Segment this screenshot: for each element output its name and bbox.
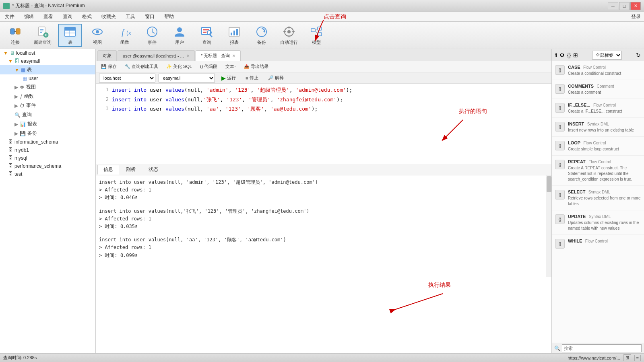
tb-view[interactable]: 视图: [85, 24, 109, 47]
sidebar-item-function-folder[interactable]: ▶ ƒ 函数: [0, 92, 95, 101]
line-num-1: 1: [99, 86, 109, 93]
snippet-update[interactable]: {} UPDATE Syntax DML Updates columns of …: [552, 210, 644, 235]
view-icon: [91, 25, 104, 38]
snippet-search-input[interactable]: [562, 344, 642, 352]
tb-function-label: 函数: [120, 39, 129, 45]
sidebar-label-function: 函数: [24, 93, 34, 100]
results-content[interactable]: insert into user values(null, 'admin', '…: [96, 175, 546, 277]
snippet-while[interactable]: {} WHILE Flow Control: [552, 235, 644, 252]
settings-icon[interactable]: ⚙: [559, 52, 565, 58]
bracket-icon[interactable]: {}: [567, 52, 571, 58]
result-time-1: > 时间: 0.046s: [99, 194, 543, 202]
status-icon-2[interactable]: ≡: [634, 355, 641, 361]
host-select[interactable]: localhost: [99, 74, 155, 82]
beautify-button[interactable]: ✨ 美化 SQL: [163, 62, 195, 71]
sidebar-item-localhost[interactable]: ▼ 🖥 localhost: [0, 49, 95, 57]
snippet-repeat-desc: Create A REPEAT construct. The Statement…: [568, 165, 641, 182]
maximize-button[interactable]: □: [619, 2, 630, 10]
menu-query[interactable]: 查询: [61, 12, 74, 21]
save-button[interactable]: 💾 保存: [98, 62, 120, 71]
close-button[interactable]: ✕: [630, 2, 641, 10]
sidebar-item-user-table[interactable]: ▦ user: [0, 74, 95, 82]
tb-event[interactable]: 事件: [140, 24, 164, 47]
sidebar-item-view-folder[interactable]: ▶ 👁 视图: [0, 82, 95, 92]
tb-function[interactable]: f (x) 函数: [113, 24, 137, 47]
menu-favorites[interactable]: 收藏夹: [100, 12, 118, 21]
text-button[interactable]: 文本·: [223, 62, 238, 71]
tab-query-close[interactable]: ✕: [232, 53, 235, 58]
snippet-if-else[interactable]: {} IF...ELSE... Flow Control Create a IF…: [552, 99, 644, 118]
snippet-insert-text: INSERT Syntax DML Insert new rows into a…: [568, 121, 641, 133]
code-editor[interactable]: 1 insert into user values(null, 'admin',…: [96, 84, 551, 164]
sidebar-item-event-folder[interactable]: ▶ ⏱ 事件: [0, 101, 95, 110]
run-button[interactable]: ▶ 运行: [218, 74, 239, 82]
minimize-button[interactable]: ─: [608, 2, 618, 10]
scrollbar-thumb: [547, 176, 551, 192]
grid-icon[interactable]: ⊞: [573, 52, 578, 58]
tb-report[interactable]: 报表: [222, 24, 246, 47]
menu-view[interactable]: 查看: [42, 12, 55, 21]
info-icon[interactable]: ℹ: [555, 52, 557, 58]
snippet-case[interactable]: {} CASE Flow Control Create a conditiona…: [552, 61, 644, 80]
query-toolbar: 💾 保存 🔧 查询创建工具 ✨ 美化 SQL () 代码段 文本· 📤 导出结果: [96, 61, 551, 72]
sidebar-item-mysql[interactable]: 🗄 mysql: [0, 154, 95, 162]
sidebar-item-info-schema[interactable]: 🗄 information_schema: [0, 138, 95, 146]
sidebar-item-backup-folder[interactable]: ▶ 💾 备份: [0, 129, 95, 138]
tab-user[interactable]: user @easymall (localhost) - ... ✕: [118, 50, 195, 61]
sidebar-item-perf-schema[interactable]: 🗄 performance_schema: [0, 162, 95, 170]
backup-icon: [255, 25, 268, 38]
result-tab-info[interactable]: 信息: [97, 165, 119, 175]
snippet-if-else-icon: {}: [555, 103, 565, 113]
menu-format[interactable]: 格式: [80, 12, 93, 21]
tag-filter-select[interactable]: 全部标签: [592, 51, 622, 60]
tab-user-close[interactable]: ✕: [186, 53, 190, 58]
tb-connect[interactable]: 连接: [3, 24, 27, 47]
tb-autorun[interactable]: 自动运行: [277, 24, 301, 47]
tb-query[interactable]: 查询: [195, 24, 219, 47]
title-bar-text: * 无标题 - 查询 - Navicat Premium: [12, 2, 85, 9]
sidebar-item-table-folder[interactable]: ▼ ▦ 表: [0, 65, 95, 74]
menu-tools[interactable]: 工具: [124, 12, 137, 21]
code-text-2: insert into user values(null,'张飞', '123'…: [112, 96, 343, 104]
sidebar-label-mysql: mysql: [14, 155, 27, 161]
snippet-comments[interactable]: {} COMMENTS Comment Create a comment: [552, 80, 644, 99]
tb-model[interactable]: 模型: [304, 24, 328, 47]
sidebar-item-test[interactable]: 🗄 test: [0, 170, 95, 178]
tb-user[interactable]: 用户: [167, 24, 192, 47]
snippet-case-title: CASE Flow Control: [568, 64, 641, 70]
result-tab-profile[interactable]: 剖析: [120, 165, 142, 175]
sidebar-item-query[interactable]: 🔍 查询: [0, 110, 95, 119]
sidebar-item-mydb1[interactable]: 🗄 mydb1: [0, 146, 95, 154]
status-icon-1[interactable]: ⊞: [623, 354, 631, 361]
explain-button[interactable]: 🔎 解释: [265, 74, 287, 82]
menu-help[interactable]: 帮助: [163, 12, 175, 21]
refresh-icon[interactable]: ↻: [636, 52, 641, 58]
result-tab-status[interactable]: 状态: [142, 165, 164, 175]
login-link[interactable]: 登录: [631, 13, 641, 20]
results-scrollbar[interactable]: [546, 175, 551, 277]
snippet-repeat[interactable]: {} REPEAT Flow Control Create A REPEAT c…: [552, 156, 644, 186]
menu-window[interactable]: 窗口: [143, 12, 156, 21]
db-select[interactable]: easymall: [159, 74, 215, 82]
tb-backup[interactable]: 备份: [250, 24, 274, 47]
snippet-loop[interactable]: {} LOOP Flow Control Create simple loop …: [552, 137, 644, 156]
right-panel-header: ℹ ⚙ {} ⊞ 全部标签 ↻: [552, 49, 644, 61]
menu-file[interactable]: 文件: [3, 12, 16, 21]
stop-button[interactable]: ■ 停止: [242, 74, 262, 82]
sidebar-item-report-folder[interactable]: ▶ 📊 报表: [0, 119, 95, 129]
svg-rect-42: [318, 33, 322, 36]
sidebar-item-easymall[interactable]: ▼ 🗄 easymall: [0, 57, 95, 65]
tab-query[interactable]: * 无标题 - 查询 ✕: [196, 50, 241, 61]
query-builder-button[interactable]: 🔧 查询创建工具: [122, 62, 161, 71]
beautify-label: 美化 SQL: [173, 64, 192, 70]
snippet-button[interactable]: () 代码段: [197, 62, 220, 71]
tb-table[interactable]: 表: [58, 24, 82, 47]
snippet-insert[interactable]: {} INSERT Syntax DML Insert new rows int…: [552, 118, 644, 137]
annotation-result: 执行结果: [428, 282, 451, 289]
svg-point-21: [177, 27, 182, 32]
snippet-select[interactable]: {} SELECT Syntax DML Retrieve rows selec…: [552, 186, 644, 210]
menu-edit[interactable]: 编辑: [23, 12, 35, 21]
tab-object[interactable]: 对象: [97, 50, 117, 61]
tb-new-query[interactable]: 新建查询: [31, 24, 55, 47]
export-button[interactable]: 📤 导出结果: [241, 62, 271, 71]
